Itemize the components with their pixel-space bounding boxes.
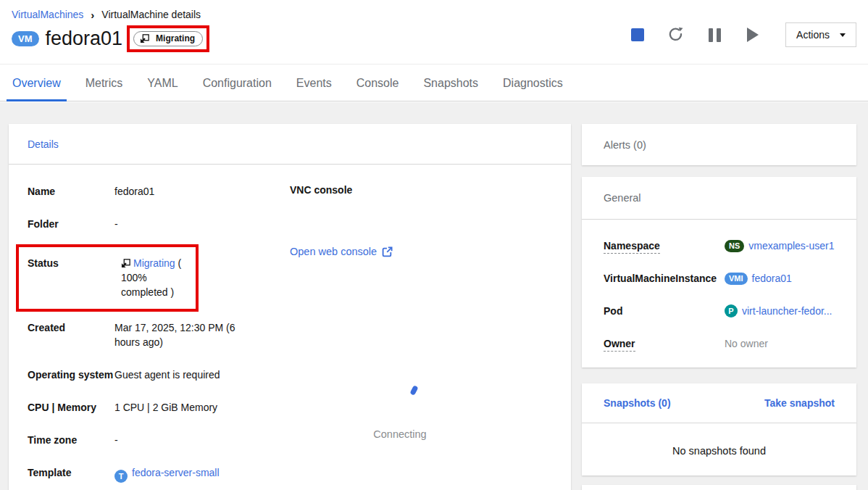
detail-row-folder: Folder - [28, 217, 571, 231]
snapshots-card-header: Snapshots (0) Take snapshot [582, 383, 856, 423]
tab-configuration[interactable]: Configuration [191, 65, 284, 101]
open-web-console-label: Open web console [290, 246, 377, 257]
tab-metrics[interactable]: Metrics [73, 65, 135, 101]
general-row-pod: Pod P virt-launcher-fedor... [604, 304, 835, 318]
general-value-pod: P virt-launcher-fedor... [725, 304, 832, 318]
restart-vm-button[interactable] [662, 22, 690, 48]
tab-diagnostics[interactable]: Diagnostics [491, 65, 575, 101]
detail-label-operating-system: Operating system [28, 368, 114, 382]
migration-icon [121, 259, 130, 268]
snapshots-card: Snapshots (0) Take snapshot No snapshots… [582, 383, 856, 476]
detail-label-template: Template [28, 465, 114, 483]
detail-row-operating-system: Operating system Guest agent is required [28, 368, 571, 382]
vnc-connecting-status: Connecting [327, 428, 472, 440]
detail-value-name: fedora01 [114, 184, 243, 199]
detail-row-created: Created Mar 17, 2025, 12:30 PM (6 hours … [28, 320, 571, 349]
vm-kind-badge: VM [12, 31, 39, 46]
detail-value-cpu-memory: 1 CPU | 2 GiB Memory [114, 400, 243, 415]
alerts-card-title: Alerts (0) [604, 139, 646, 151]
detail-value-created: Mar 17, 2025, 12:30 PM (6 hours ago) [114, 320, 243, 349]
namespace-kind-badge: NS [725, 240, 744, 252]
restart-icon [668, 27, 684, 43]
vmi-link[interactable]: fedora01 [752, 271, 792, 286]
play-icon [747, 28, 759, 42]
tab-events[interactable]: Events [284, 65, 344, 101]
stop-vm-button[interactable] [623, 22, 652, 48]
overview-content: Details Name fedora01 Folder - Status [0, 102, 868, 490]
migration-icon [140, 34, 149, 43]
detail-value-operating-system: Guest agent is required [114, 368, 243, 382]
take-snapshot-link[interactable]: Take snapshot [764, 397, 835, 409]
general-value-owner: No owner [725, 336, 768, 351]
breadcrumb-current: VirtualMachine details [101, 9, 201, 20]
vmi-kind-badge: VMI [725, 273, 748, 285]
template-link[interactable]: fedora-server-small [132, 467, 220, 478]
general-label-namespace: Namespace [604, 238, 725, 253]
start-vm-button[interactable] [738, 22, 767, 48]
general-card-header: General [582, 177, 856, 220]
tab-yaml[interactable]: YAML [135, 65, 190, 101]
general-card: General Namespace NS vmexamples-user1 Vi… [582, 177, 856, 368]
details-card: Details Name fedora01 Folder - Status [9, 124, 571, 490]
detail-label-created: Created [28, 320, 114, 349]
general-card-body: Namespace NS vmexamples-user1 VirtualMac… [582, 220, 856, 351]
vnc-console-label: VNC console [290, 184, 352, 196]
annotation-red-box-status-row: Status Migrating( 100% completed ) [16, 244, 199, 312]
external-link-icon [382, 246, 393, 257]
detail-label-name: Name [28, 184, 114, 199]
vm-action-toolbar: Actions [623, 22, 856, 48]
detail-row-cpu-memory: CPU | Memory 1 CPU | 2 GiB Memory [28, 400, 571, 415]
detail-label-cpu-memory: CPU | Memory [28, 400, 114, 415]
tab-overview[interactable]: Overview [0, 65, 73, 101]
general-value-vmi: VMI fedora01 [725, 271, 792, 286]
tab-snapshots[interactable]: Snapshots [411, 65, 491, 101]
title-row: VM fedora01 Migrating [12, 25, 856, 52]
general-value-namespace: NS vmexamples-user1 [725, 238, 835, 253]
detail-value-time-zone: - [114, 433, 243, 447]
detail-row-status: Status Migrating( 100% completed ) [28, 256, 188, 299]
page-title: fedora01 [46, 28, 123, 50]
next-card-partial [582, 485, 856, 490]
snapshots-empty-state: No snapshots found [582, 423, 856, 457]
breadcrumb-link-virtualmachines[interactable]: VirtualMachines [12, 9, 83, 20]
detail-label-status: Status [28, 256, 121, 299]
details-card-body: Name fedora01 Folder - Status Mig [9, 165, 571, 490]
vm-details-tabs: Overview Metrics YAML Configuration Even… [0, 65, 868, 101]
pod-kind-badge: P [725, 304, 738, 317]
pod-link[interactable]: virt-launcher-fedor... [742, 304, 832, 318]
general-row-namespace: Namespace NS vmexamples-user1 [604, 238, 835, 253]
general-card-title: General [604, 192, 641, 204]
status-migrating-link[interactable]: Migrating [133, 257, 175, 269]
snapshots-title-link[interactable]: Snapshots (0) [604, 397, 671, 409]
pause-vm-button[interactable] [700, 22, 729, 48]
general-label-pod: Pod [604, 304, 725, 318]
alerts-card[interactable]: Alerts (0) [582, 124, 856, 165]
details-title-link[interactable]: Details [28, 138, 59, 150]
chevron-down-icon [840, 33, 846, 37]
vm-status-pill-label: Migrating [156, 33, 195, 43]
actions-dropdown-button[interactable]: Actions [785, 22, 856, 47]
details-card-header: Details [9, 124, 571, 165]
general-row-owner: Owner No owner [604, 336, 835, 351]
open-web-console-link[interactable]: Open web console [290, 246, 393, 257]
page-header: VirtualMachines › VirtualMachine details… [0, 0, 868, 65]
breadcrumb: VirtualMachines › VirtualMachine details [12, 9, 856, 20]
detail-value-folder: - [114, 217, 243, 231]
template-kind-badge: T [114, 470, 128, 483]
namespace-link[interactable]: vmexamples-user1 [748, 238, 834, 253]
general-label-vmi: VirtualMachineInstance [604, 271, 725, 286]
breadcrumb-chevron-icon: › [91, 9, 94, 20]
detail-row-time-zone: Time zone - [28, 433, 571, 447]
tab-console[interactable]: Console [344, 65, 412, 101]
detail-label-folder: Folder [28, 217, 114, 231]
annotation-red-box-status-pill: Migrating [127, 25, 209, 52]
detail-value-status: Migrating( 100% completed ) [121, 256, 188, 299]
actions-dropdown-label: Actions [796, 29, 830, 41]
detail-label-time-zone: Time zone [28, 433, 114, 447]
detail-value-template: Tfedora-server-small [114, 465, 243, 483]
vm-status-pill[interactable]: Migrating [133, 31, 203, 46]
general-row-vmi: VirtualMachineInstance VMI fedora01 [604, 271, 835, 286]
stop-icon [631, 28, 644, 41]
detail-row-template: Template Tfedora-server-small [28, 465, 571, 483]
general-label-owner: Owner [604, 336, 725, 351]
